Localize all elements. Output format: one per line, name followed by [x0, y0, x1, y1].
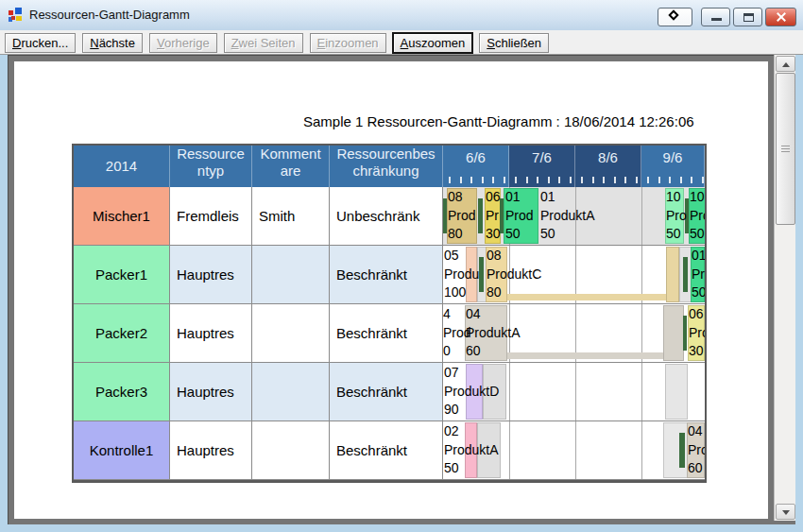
- bar-label-line: ProduktD: [444, 383, 499, 402]
- window-frame-left: [0, 55, 8, 524]
- hour-tick-icon: [537, 177, 538, 183]
- bar-label-line: Pro: [689, 324, 705, 343]
- date-label: 9/6: [641, 146, 704, 166]
- bar-label: 02ProduktA50: [444, 422, 499, 478]
- toolbar-button-3: Zwei Seiten: [224, 33, 303, 53]
- arrow-down-icon: [782, 510, 790, 515]
- hour-ticks: [509, 177, 574, 183]
- hour-tick-icon: [548, 177, 550, 183]
- maximize-button[interactable]: [733, 8, 762, 26]
- header-date-2: 8/6: [575, 146, 641, 187]
- bar-label-line: 50: [692, 283, 705, 302]
- hour-tick-icon: [570, 177, 572, 183]
- gantt-cell: 05Produ10008ProduktC8001Pro50: [443, 246, 705, 304]
- header-col-0: Ressourcentyp: [170, 146, 252, 187]
- bar-label-line: 08: [487, 247, 541, 266]
- scroll-down-button[interactable]: [776, 504, 795, 520]
- hour-ticks: [641, 177, 704, 183]
- bar-label: 10Pro50: [690, 188, 705, 244]
- scroll-thumb[interactable]: [776, 73, 795, 225]
- scroll-up-button[interactable]: [776, 56, 795, 72]
- bar-label-line: 60: [466, 342, 521, 361]
- bar-label-line: 04: [688, 422, 705, 441]
- header-col-line: chränkung: [330, 163, 442, 180]
- bar-label-line: ProduktA: [444, 441, 499, 460]
- hour-tick-icon: [558, 177, 560, 183]
- diamond-icon: [668, 9, 678, 20]
- close-button[interactable]: [765, 8, 796, 26]
- hour-tick-icon: [636, 177, 638, 183]
- hour-tick-icon: [504, 177, 505, 183]
- bar-label-line: 80: [448, 225, 476, 244]
- gantt-cell: 4Prod004ProduktA6006Pro30: [443, 304, 705, 363]
- header-col-2: Ressourcenbeschränkung: [330, 146, 443, 187]
- bar-label-line: 50: [666, 225, 687, 244]
- bar-label-line: Pro: [692, 266, 705, 284]
- day-separator-line: [641, 363, 642, 421]
- window-frame-right: [795, 55, 803, 524]
- bar-label: 04ProduktA60: [466, 305, 521, 361]
- toolbar-button-1[interactable]: Nächste: [82, 33, 143, 53]
- comment-cell: [252, 363, 330, 421]
- hour-tick-icon: [482, 177, 484, 183]
- header-year: 2014: [74, 146, 170, 187]
- resource-type-cell: Hauptres: [170, 363, 252, 421]
- vertical-scrollbar[interactable]: [774, 55, 795, 521]
- bar-label-line: 50: [444, 459, 499, 478]
- window-titlebar[interactable]: Ressourcen-Gantt-Diagramm: [0, 0, 803, 30]
- bar-label-line: 08: [448, 188, 476, 207]
- bar-label-line: ProduktA: [466, 324, 521, 343]
- hour-tick-icon: [647, 177, 649, 183]
- bar-label: 06Pr30: [486, 188, 501, 244]
- bar-label-line: 10: [690, 188, 705, 207]
- gantt-bar: [663, 422, 690, 478]
- resource-type-cell: Hauptres: [170, 304, 252, 363]
- setup-marker: [679, 433, 685, 468]
- maximize-icon: [743, 13, 754, 22]
- arrow-up-icon: [782, 62, 790, 67]
- comment-cell: [252, 304, 330, 363]
- resource-name-cell: Kontrolle1: [74, 421, 170, 480]
- bar-label: 01Prod50: [505, 188, 534, 244]
- window-title: Ressourcen-Gantt-Diagramm: [29, 8, 190, 22]
- bar-label-line: 01: [505, 188, 534, 207]
- bar-label-line: 04: [466, 305, 521, 324]
- bar-label-line: Pro: [666, 207, 687, 226]
- bar-label: 01Pro50: [692, 247, 705, 302]
- constraint-cell: Beschränkt: [330, 421, 443, 480]
- bar-label-line: 01: [540, 188, 595, 207]
- close-icon: [777, 12, 786, 22]
- header-col-line: Ressourcenbes: [330, 146, 442, 163]
- bar-label: 07ProduktD90: [444, 364, 499, 420]
- diamond-button[interactable]: [658, 8, 692, 26]
- toolbar-button-0[interactable]: Drucken...: [5, 33, 76, 53]
- bar-label-line: Prod: [505, 207, 534, 226]
- setup-marker: [683, 257, 688, 292]
- bar-label: 08Prod80: [448, 188, 476, 244]
- day-separator-line: [641, 421, 642, 480]
- gantt-bar: [663, 305, 684, 361]
- day-separator-line: [509, 421, 510, 480]
- bar-label-line: Pr: [486, 207, 501, 226]
- toolbar-button-5[interactable]: Auszoomen: [393, 33, 473, 53]
- setup-marker: [478, 198, 483, 233]
- minimize-button[interactable]: [701, 8, 730, 26]
- print-preview-pane: Sample 1 Ressourcen-Gantt-Diagramm : 18/…: [8, 55, 795, 524]
- comment-cell: [252, 421, 330, 480]
- bar-label-line: 07: [444, 364, 499, 383]
- gantt-table: 2014RessourcentypKommentareRessourcenbes…: [72, 144, 707, 483]
- setup-marker: [683, 316, 687, 351]
- hour-tick-icon: [680, 177, 682, 183]
- resource-name-cell: Mischer1: [74, 187, 170, 246]
- bar-label-line: 50: [505, 225, 534, 244]
- bar-label-line: 02: [444, 422, 499, 441]
- bar-label-line: Pro: [688, 441, 705, 460]
- toolbar-button-6[interactable]: Schließen: [479, 33, 549, 53]
- bar-label-line: Produ: [444, 266, 479, 284]
- bar-label-line: 100: [444, 283, 479, 302]
- header-date-0: 6/6: [443, 146, 509, 187]
- bar-label-line: 50: [690, 225, 705, 244]
- hour-ticks: [575, 177, 641, 183]
- date-label: 6/6: [443, 146, 508, 166]
- bar-label-line: ProduktC: [487, 266, 541, 284]
